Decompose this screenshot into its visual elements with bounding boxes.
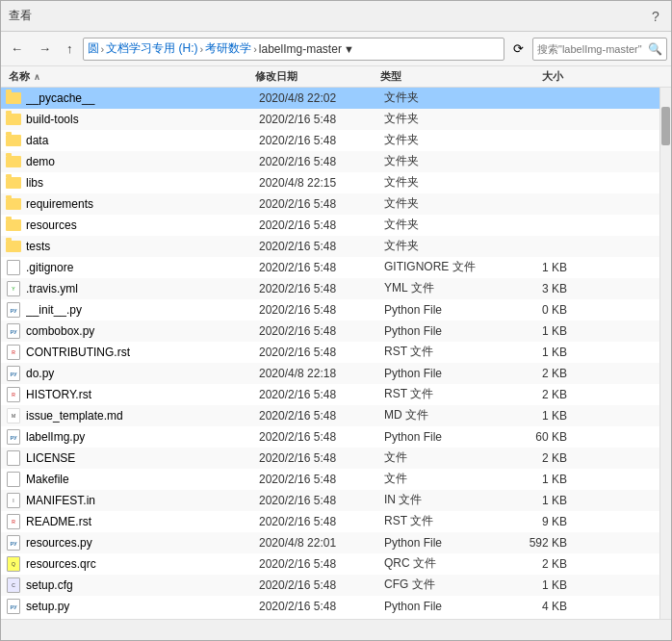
- table-row[interactable]: py setup.py 2020/2/16 5:48 Python File 4…: [1, 596, 659, 617]
- breadcrumb-h-drive[interactable]: 文档学习专用 (H:): [106, 40, 197, 57]
- col-type-header[interactable]: 类型: [380, 69, 505, 84]
- table-row[interactable]: R HISTORY.rst 2020/2/16 5:48 RST 文件 2 KB: [1, 384, 659, 405]
- file-date: 2020/2/16 5:48: [259, 134, 384, 147]
- file-type: 文件: [384, 471, 509, 487]
- file-name: resources.py: [26, 536, 259, 550]
- file-date: 2020/2/16 5:48: [259, 388, 384, 401]
- file-date: 2020/2/16 5:48: [259, 155, 384, 168]
- col-name-header[interactable]: 名称 ∧: [5, 69, 255, 84]
- folder-icon: [6, 156, 21, 167]
- file-icon-container: py: [5, 301, 22, 319]
- table-row[interactable]: py __init__.py 2020/2/16 5:48 Python Fil…: [1, 299, 659, 320]
- file-date: 2020/4/8 22:18: [259, 367, 384, 380]
- table-row[interactable]: resources 2020/2/16 5:48 文件夹: [1, 215, 659, 236]
- file-icon-container: [5, 471, 22, 488]
- file-type: 文件夹: [384, 174, 509, 191]
- file-date: 2020/2/16 5:48: [259, 600, 384, 613]
- folder-icon: [6, 219, 21, 231]
- table-row[interactable]: __pycache__ 2020/4/8 22:02 文件夹: [1, 88, 659, 109]
- file-type: IN 文件: [384, 492, 509, 508]
- file-size: 1 KB: [509, 261, 567, 274]
- file-type: 文件夹: [384, 132, 509, 148]
- content-area: __pycache__ 2020/4/8 22:02 文件夹 build-too…: [1, 88, 671, 619]
- scrollbar[interactable]: [659, 88, 671, 619]
- table-row[interactable]: Q resources.qrc 2020/2/16 5:48 QRC 文件 2 …: [1, 553, 659, 575]
- breadcrumb-current: labelImg-master: [259, 42, 342, 56]
- table-row[interactable]: py labelImg.py 2020/2/16 5:48 Python Fil…: [1, 426, 659, 448]
- file-icon-container: Y: [5, 280, 22, 297]
- table-row[interactable]: R CONTRIBUTING.rst 2020/2/16 5:48 RST 文件…: [1, 342, 659, 363]
- file-date: 2020/2/16 5:48: [259, 197, 384, 211]
- file-size: 1 KB: [509, 324, 567, 338]
- file-name: CONTRIBUTING.rst: [26, 346, 259, 359]
- yml-file-icon: Y: [7, 281, 20, 296]
- table-row[interactable]: Y .travis.yml 2020/2/16 5:48 YML 文件 3 KB: [1, 278, 659, 299]
- table-row[interactable]: M issue_template.md 2020/2/16 5:48 MD 文件…: [1, 405, 659, 426]
- file-size: 1 KB: [509, 473, 567, 486]
- file-name: labelImg.py: [26, 430, 259, 444]
- search-input[interactable]: [537, 43, 648, 55]
- file-type: Python File: [384, 303, 509, 317]
- file-name: issue_template.md: [26, 409, 259, 423]
- file-name: combobox.py: [26, 324, 259, 338]
- file-type: QRC 文件: [384, 555, 509, 572]
- file-type: 文件夹: [384, 90, 509, 106]
- table-row[interactable]: data 2020/2/16 5:48 文件夹: [1, 130, 659, 151]
- help-button[interactable]: ?: [648, 9, 663, 24]
- file-name: __init__.py: [26, 303, 259, 317]
- table-row[interactable]: C setup.cfg 2020/2/16 5:48 CFG 文件 1 KB: [1, 575, 659, 596]
- file-icon-container: M: [5, 407, 22, 424]
- scroll-thumb[interactable]: [661, 107, 670, 145]
- table-row[interactable]: libs 2020/4/8 22:15 文件夹: [1, 172, 659, 193]
- generic-file-icon: [7, 472, 20, 487]
- file-name: LICENSE: [26, 451, 259, 465]
- qrc-file-icon: Q: [7, 556, 20, 572]
- table-row[interactable]: tests 2020/2/16 5:48 文件夹: [1, 236, 659, 257]
- table-row[interactable]: R README.rst 2020/2/16 5:48 RST 文件 9 KB: [1, 511, 659, 532]
- rst-file-icon: R: [7, 387, 20, 402]
- file-name: HISTORY.rst: [26, 388, 259, 401]
- file-icon-container: [5, 132, 22, 149]
- back-button[interactable]: ←: [5, 38, 29, 60]
- table-row[interactable]: py do.py 2020/4/8 22:18 Python File 2 KB: [1, 363, 659, 384]
- file-date: 2020/2/16 5:48: [259, 578, 384, 592]
- table-row[interactable]: Makefile 2020/2/16 5:48 文件 1 KB: [1, 469, 659, 490]
- file-size: 1 KB: [509, 409, 567, 423]
- title-controls: ?: [648, 9, 663, 24]
- file-type: GITIGNORE 文件: [384, 259, 509, 275]
- file-name: setup.cfg: [26, 578, 259, 592]
- table-row[interactable]: I MANIFEST.in 2020/2/16 5:48 IN 文件 1 KB: [1, 490, 659, 511]
- table-row[interactable]: py combobox.py 2020/2/16 5:48 Python Fil…: [1, 320, 659, 342]
- rst-file-icon: R: [7, 514, 20, 529]
- file-icon-container: R: [5, 386, 22, 403]
- python-file-icon: py: [7, 535, 20, 551]
- col-size-header[interactable]: 大小: [505, 69, 563, 84]
- file-size: 1 KB: [509, 346, 567, 359]
- md-file-icon: M: [7, 408, 20, 423]
- table-row[interactable]: requirements 2020/2/16 5:48 文件夹: [1, 193, 659, 215]
- forward-button[interactable]: →: [33, 38, 57, 60]
- file-icon-container: [5, 217, 22, 234]
- file-name: README.rst: [26, 515, 259, 528]
- file-type: RST 文件: [384, 386, 509, 402]
- breadcrumb-root[interactable]: 圆: [88, 40, 99, 57]
- table-row[interactable]: build-tools 2020/2/16 5:48 文件夹: [1, 109, 659, 130]
- file-name: data: [26, 134, 259, 147]
- file-date: 2020/2/16 5:48: [259, 557, 384, 571]
- file-name: demo: [26, 155, 259, 168]
- breadcrumb-dropdown-btn[interactable]: ▼: [342, 43, 356, 55]
- table-row[interactable]: .gitignore 2020/2/16 5:48 GITIGNORE 文件 1…: [1, 257, 659, 278]
- breadcrumb-math[interactable]: 考研数学: [205, 40, 251, 57]
- table-row[interactable]: py resources.py 2020/4/8 22:01 Python Fi…: [1, 532, 659, 553]
- file-icon-container: [5, 238, 22, 255]
- generic-file-icon: [7, 450, 20, 466]
- col-date-header[interactable]: 修改日期: [255, 69, 380, 84]
- search-icon-btn[interactable]: 🔍: [648, 42, 662, 56]
- refresh-button[interactable]: ⟳: [508, 38, 529, 59]
- file-list: __pycache__ 2020/4/8 22:02 文件夹 build-too…: [1, 88, 659, 619]
- file-date: 2020/4/8 22:02: [259, 91, 384, 105]
- table-row[interactable]: LICENSE 2020/2/16 5:48 文件 2 KB: [1, 448, 659, 469]
- table-row[interactable]: demo 2020/2/16 5:48 文件夹: [1, 151, 659, 172]
- file-type: RST 文件: [384, 344, 509, 360]
- up-button[interactable]: ↑: [61, 38, 79, 60]
